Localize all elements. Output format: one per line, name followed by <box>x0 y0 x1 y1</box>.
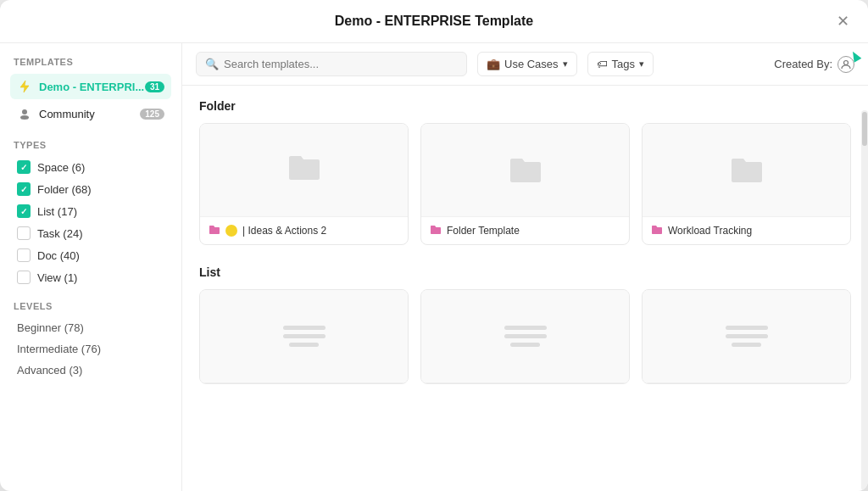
type-label-space: Space (6) <box>37 161 85 174</box>
svg-point-2 <box>20 115 29 120</box>
level-item-advanced[interactable]: Advanced (3) <box>10 360 171 380</box>
folder-section-heading: Folder <box>199 99 851 113</box>
folder-type-icon-ideas <box>209 224 220 237</box>
scroll-thumb[interactable] <box>862 112 867 146</box>
tags-chevron: ▾ <box>639 59 644 70</box>
type-label-task: Task (24) <box>37 227 82 240</box>
modal-title: Demo - ENTERPRISE Template <box>335 14 533 29</box>
modal-header: Demo - ENTERPRISE Template ✕ <box>0 0 868 43</box>
checkmark-folder: ✓ <box>20 185 27 194</box>
template-card-list-1[interactable] <box>199 289 409 384</box>
level-label-beginner: Beginner (78) <box>17 321 84 334</box>
list-preview-icon-3 <box>726 326 768 347</box>
lightning-icon <box>17 79 32 94</box>
folder-preview-icon-2 <box>509 153 542 187</box>
list-preview-icon-2 <box>504 326 547 347</box>
sidebar: Templates Demo - ENTERPRI... 31 <box>0 43 182 491</box>
close-button[interactable]: ✕ <box>831 9 854 33</box>
card-preview-workload <box>643 124 850 217</box>
card-name-workload: Workload Tracking <box>668 225 752 237</box>
checkbox-task[interactable] <box>17 226 31 240</box>
modal-container: Demo - ENTERPRISE Template ✕ Templates <box>0 0 868 491</box>
templates-section: Templates Demo - ENTERPRI... 31 <box>10 57 171 126</box>
card-name-folder-template: Folder Template <box>447 225 520 237</box>
level-item-intermediate[interactable]: Intermediate (76) <box>10 339 171 359</box>
briefcase-icon: 💼 <box>487 58 500 70</box>
type-label-folder: Folder (68) <box>37 183 92 196</box>
checkmark-space: ✓ <box>20 163 27 172</box>
templates-section-title: Templates <box>10 57 171 67</box>
search-input[interactable] <box>224 58 458 70</box>
level-label-intermediate: Intermediate (76) <box>17 343 101 355</box>
card-footer-ideas: | Ideas & Actions 2 <box>200 217 408 244</box>
type-label-doc: Doc (40) <box>37 249 80 262</box>
checkbox-view[interactable] <box>17 271 31 284</box>
card-preview-list-2 <box>421 290 629 383</box>
type-item-doc[interactable]: Doc (40) <box>10 245 171 265</box>
tags-label: Tags <box>612 58 635 70</box>
toolbar: 🔍 💼 Use Cases ▾ 🏷 Tags ▾ Created By: <box>182 43 868 86</box>
checkbox-doc[interactable] <box>17 248 31 262</box>
card-footer-workload: Workload Tracking <box>643 217 850 244</box>
list-cards-grid <box>199 289 851 384</box>
card-preview-list-1 <box>200 290 408 383</box>
folder-cards-grid: | Ideas & Actions 2 <box>199 123 851 245</box>
type-item-list[interactable]: ✓ List (17) <box>10 201 171 221</box>
sidebar-item-label-demo: Demo - ENTERPRI... <box>39 81 145 93</box>
checkbox-space[interactable]: ✓ <box>17 160 31 174</box>
svg-point-1 <box>22 109 27 114</box>
scroll-track[interactable] <box>861 110 868 491</box>
checkmark-list: ✓ <box>20 207 27 216</box>
sidebar-item-label-community: Community <box>39 108 140 120</box>
template-card-list-2[interactable] <box>420 289 630 384</box>
template-card-folder-template[interactable]: Folder Template <box>420 123 630 245</box>
sidebar-badge-community: 125 <box>140 109 164 120</box>
card-preview-folder <box>421 124 629 217</box>
type-item-space[interactable]: ✓ Space (6) <box>10 157 171 177</box>
level-label-advanced: Advanced (3) <box>17 364 82 377</box>
search-box[interactable]: 🔍 <box>196 52 467 76</box>
levels-section: Levels Beginner (78) Intermediate (76) A… <box>10 301 171 380</box>
user-icon <box>837 56 854 73</box>
type-label-list: List (17) <box>37 205 77 218</box>
type-item-folder[interactable]: ✓ Folder (68) <box>10 179 171 199</box>
modal-body: Templates Demo - ENTERPRI... 31 <box>0 43 868 491</box>
type-item-task[interactable]: Task (24) <box>10 223 171 243</box>
created-by-filter[interactable]: Created By: <box>774 56 854 73</box>
main-content: 🔍 💼 Use Cases ▾ 🏷 Tags ▾ Created By: <box>182 43 868 491</box>
template-card-workload[interactable]: Workload Tracking <box>642 123 851 245</box>
list-section-heading: List <box>199 265 851 279</box>
type-item-view[interactable]: View (1) <box>10 267 171 287</box>
svg-point-3 <box>844 60 849 64</box>
community-icon <box>17 106 32 121</box>
search-icon: 🔍 <box>205 58 219 70</box>
tags-filter[interactable]: 🏷 Tags ▾ <box>587 52 654 76</box>
list-preview-icon-1 <box>283 326 326 347</box>
folder-type-icon-3 <box>651 224 663 237</box>
card-preview-ideas <box>200 124 408 217</box>
types-section-title: Types <box>10 140 171 150</box>
card-preview-list-3 <box>643 290 850 383</box>
checkbox-list[interactable]: ✓ <box>17 204 31 218</box>
card-dot-ideas <box>225 225 237 237</box>
folder-preview-icon-3 <box>730 153 764 187</box>
card-footer-folder-template: Folder Template <box>421 217 629 244</box>
levels-section-title: Levels <box>10 301 171 311</box>
created-by-label: Created By: <box>774 58 832 70</box>
use-cases-filter[interactable]: 💼 Use Cases ▾ <box>477 52 577 76</box>
checkbox-folder[interactable]: ✓ <box>17 182 31 196</box>
template-card-ideas-actions[interactable]: | Ideas & Actions 2 <box>199 123 409 245</box>
close-icon: ✕ <box>837 12 849 31</box>
tag-icon: 🏷 <box>597 58 608 70</box>
svg-marker-0 <box>20 81 29 92</box>
folder-preview-icon <box>287 151 321 189</box>
types-section: Types ✓ Space (6) ✓ Folder (68) <box>10 140 171 287</box>
sidebar-item-community[interactable]: Community 125 <box>10 101 171 126</box>
folder-type-icon-2 <box>430 224 442 237</box>
sidebar-badge-demo: 31 <box>145 81 164 92</box>
use-cases-chevron: ▾ <box>563 59 568 70</box>
template-card-list-3[interactable] <box>642 289 851 384</box>
card-name-ideas: | Ideas & Actions 2 <box>242 225 326 237</box>
sidebar-item-demo-enterprise[interactable]: Demo - ENTERPRI... 31 <box>10 74 171 99</box>
level-item-beginner[interactable]: Beginner (78) <box>10 318 171 338</box>
